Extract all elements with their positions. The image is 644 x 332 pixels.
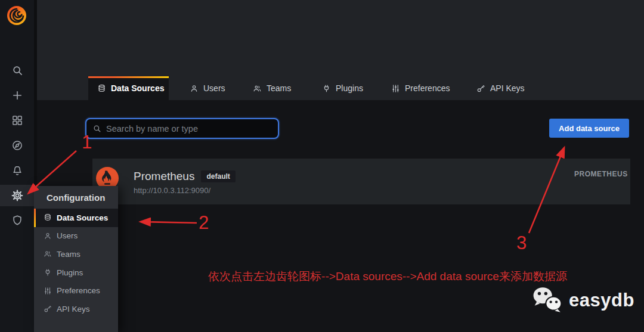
popup-item-data-sources[interactable]: Data Sources xyxy=(34,209,118,227)
popup-title: Configuration xyxy=(34,186,118,209)
database-icon xyxy=(44,213,52,222)
popup-item-label: Users xyxy=(57,231,78,240)
plug-icon xyxy=(44,268,52,277)
popup-item-plugins[interactable]: Plugins xyxy=(34,263,118,282)
tab-teams[interactable]: Teams xyxy=(253,76,291,100)
server-admin-shield-icon[interactable] xyxy=(0,210,34,231)
grafana-logo-icon[interactable] xyxy=(5,4,28,27)
search-box xyxy=(85,118,279,139)
popup-item-preferences[interactable]: Preferences xyxy=(34,281,118,300)
watermark-text: easydb xyxy=(569,290,634,311)
popup-item-teams[interactable]: Teams xyxy=(34,245,118,263)
search-icon xyxy=(92,124,101,133)
watermark: easydb xyxy=(532,287,634,314)
explore-compass-icon[interactable] xyxy=(0,135,34,156)
tab-users[interactable]: Users xyxy=(190,76,225,100)
tab-label: Data Sources xyxy=(111,83,164,93)
wechat-icon xyxy=(532,287,564,314)
dashboards-icon[interactable] xyxy=(0,110,34,131)
tab-label: Preferences xyxy=(405,83,450,93)
add-data-source-button[interactable]: Add data source xyxy=(549,119,629,138)
alerting-bell-icon[interactable] xyxy=(0,160,34,181)
users-icon xyxy=(253,84,262,93)
grafana-configuration-page: Configuration Organization: Main Org. Da… xyxy=(0,0,644,332)
configuration-gear-icon[interactable] xyxy=(0,185,34,206)
users-icon xyxy=(44,250,52,258)
datasource-titleline: Prometheus default xyxy=(134,170,236,183)
key-icon xyxy=(44,305,52,313)
popup-item-label: Teams xyxy=(57,250,80,259)
popup-item-label: Preferences xyxy=(57,286,100,295)
default-badge: default xyxy=(201,170,235,182)
tab-label: API Keys xyxy=(490,83,525,93)
database-icon xyxy=(97,84,106,93)
search-icon[interactable] xyxy=(0,60,34,81)
configuration-popup-menu: Configuration Data Sources Users Teams P… xyxy=(34,186,118,332)
user-icon xyxy=(190,84,199,93)
tab-preferences[interactable]: Preferences xyxy=(391,76,450,100)
sliders-icon xyxy=(391,84,400,93)
datasource-name: Prometheus xyxy=(134,170,194,183)
popup-item-label: API Keys xyxy=(57,305,90,314)
key-icon xyxy=(476,84,485,93)
create-plus-icon[interactable] xyxy=(0,85,34,106)
tab-label: Teams xyxy=(267,83,291,93)
plug-icon xyxy=(322,84,331,93)
popup-item-api-keys[interactable]: API Keys xyxy=(34,300,118,318)
datasource-type-label: PROMETHEUS xyxy=(574,170,628,178)
tab-data-sources[interactable]: Data Sources xyxy=(88,76,169,100)
popup-item-users[interactable]: Users xyxy=(34,227,118,246)
sliders-icon xyxy=(44,287,52,295)
datasource-url: http://10.0.3.112:9090/ xyxy=(134,186,210,195)
search-input[interactable] xyxy=(106,124,272,134)
tab-plugins[interactable]: Plugins xyxy=(322,76,363,100)
popup-item-label: Plugins xyxy=(57,268,83,277)
tab-api-keys[interactable]: API Keys xyxy=(476,76,525,100)
tab-label: Users xyxy=(203,83,225,93)
sidebar xyxy=(0,0,34,332)
popup-item-label: Data Sources xyxy=(57,213,108,222)
user-icon xyxy=(44,232,52,240)
tab-label: Plugins xyxy=(336,83,363,93)
